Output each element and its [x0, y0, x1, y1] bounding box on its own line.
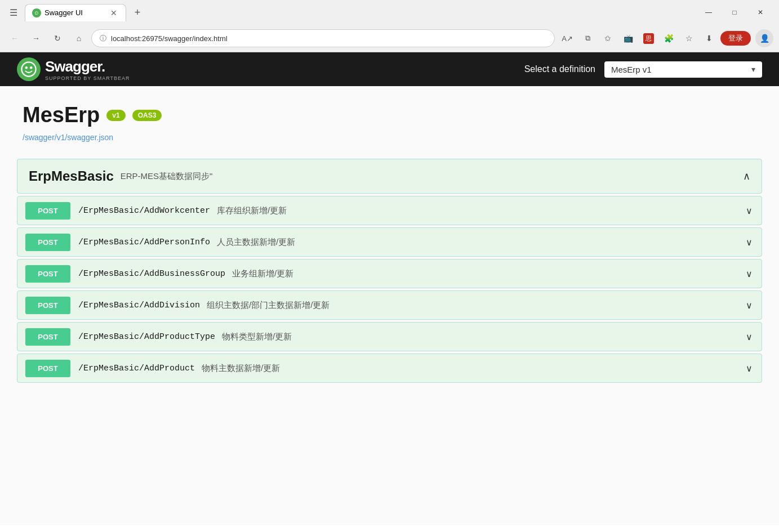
endpoint-method: POST [25, 297, 70, 314]
address-bar[interactable]: ⓘ localhost:26975/swagger/index.html [91, 29, 555, 47]
svg-point-2 [30, 66, 32, 69]
address-url: localhost:26975/swagger/index.html [111, 34, 547, 43]
definition-dropdown-icon: ▾ [751, 65, 755, 74]
section-header[interactable]: ErpMesBasic ERP-MES基础数据同步" ∧ [17, 159, 762, 194]
swagger-json-link[interactable]: /swagger/v1/swagger.json [23, 133, 756, 142]
collections-button[interactable]: 思 [639, 29, 657, 47]
svg-point-1 [25, 66, 28, 69]
swagger-section: ErpMesBasic ERP-MES基础数据同步" ∧ POST /ErpMe… [17, 159, 762, 383]
minimize-button[interactable]: — [696, 3, 722, 21]
endpoint-method: POST [25, 360, 70, 377]
endpoint-row[interactable]: POST /ErpMesBasic/AddProductType 物料类型新增/… [17, 322, 762, 351]
browser-tab[interactable]: ⊙ Swagger UI ✕ [25, 4, 126, 21]
version-badge: v1 [106, 110, 125, 121]
split-screen-button[interactable]: ⧉ [578, 29, 597, 47]
close-button[interactable]: ✕ [747, 3, 773, 21]
definition-select[interactable]: MesErp v1 ▾ [604, 61, 762, 78]
user-avatar[interactable]: 👤 [755, 29, 773, 47]
maximize-button[interactable]: □ [722, 3, 747, 21]
tab-favicon-icon: ⊙ [32, 8, 41, 17]
tab-title: Swagger UI [44, 8, 83, 17]
api-title: MesErp [23, 103, 100, 127]
swagger-logo-icon [17, 57, 41, 81]
read-aloud-button[interactable]: A↗ [558, 29, 576, 47]
endpoint-summary: 库存组织新增/更新 [217, 205, 746, 216]
endpoint-method: POST [25, 265, 70, 283]
add-favorites-button[interactable]: ✩ [599, 29, 617, 47]
endpoint-path: /ErpMesBasic/AddProduct [78, 364, 195, 373]
swagger-definition-area: Select a definition MesErp v1 ▾ [524, 61, 762, 78]
definition-label: Select a definition [524, 64, 595, 74]
section-title: ErpMesBasic ERP-MES基础数据同步" [29, 168, 212, 184]
svg-point-0 [21, 62, 35, 76]
definition-select-value: MesErp v1 [611, 65, 751, 74]
swagger-tagline: Supported by SMARTBEAR [45, 75, 130, 81]
swagger-wordmark: Swagger. [45, 58, 130, 75]
sidebar-toggle-button[interactable]: ☰ [6, 5, 21, 20]
endpoint-summary: 人员主数据新增/更新 [217, 237, 746, 248]
favorites-sidebar-button[interactable]: ☆ [680, 29, 698, 47]
endpoint-expand-icon: ∨ [746, 237, 753, 248]
section-name: ErpMesBasic [29, 168, 114, 184]
back-button[interactable]: ← [6, 29, 24, 47]
endpoint-path: /ErpMesBasic/AddProductType [78, 332, 215, 342]
endpoint-expand-icon: ∨ [746, 363, 753, 374]
home-button[interactable]: ⌂ [70, 29, 88, 47]
swagger-logo-text: Swagger. Supported by SMARTBEAR [45, 58, 130, 81]
endpoint-expand-icon: ∨ [746, 269, 753, 279]
endpoint-path: /ErpMesBasic/AddPersonInfo [78, 238, 210, 247]
section-collapse-icon: ∧ [743, 170, 750, 182]
extensions-button[interactable]: 🧩 [660, 29, 678, 47]
endpoint-path: /ErpMesBasic/AddWorkcenter [78, 206, 210, 216]
endpoint-expand-icon: ∨ [746, 300, 753, 311]
endpoint-summary: 业务组新增/更新 [232, 269, 746, 279]
swagger-content: MesErp v1 OAS3 /swagger/v1/swagger.json … [0, 86, 779, 525]
endpoint-row[interactable]: POST /ErpMesBasic/AddProduct 物料主数据新增/更新 … [17, 354, 762, 383]
address-info-icon: ⓘ [99, 34, 108, 43]
endpoint-expand-icon: ∨ [746, 205, 753, 216]
endpoint-row[interactable]: POST /ErpMesBasic/AddDivision 组织主数据/部门主数… [17, 290, 762, 320]
endpoint-path: /ErpMesBasic/AddBusinessGroup [78, 269, 225, 279]
endpoint-method: POST [25, 234, 70, 251]
downloads-button[interactable]: ⬇ [700, 29, 718, 47]
swagger-title-row: MesErp v1 OAS3 [23, 103, 756, 127]
swagger-header: Swagger. Supported by SMARTBEAR Select a… [0, 52, 779, 86]
oas-badge: OAS3 [132, 110, 162, 121]
tv-button[interactable]: 📺 [619, 29, 637, 47]
endpoint-list: POST /ErpMesBasic/AddWorkcenter 库存组织新增/更… [17, 196, 762, 383]
new-tab-button[interactable]: + [130, 5, 145, 20]
endpoint-summary: 物料类型新增/更新 [222, 332, 746, 342]
endpoint-path: /ErpMesBasic/AddDivision [78, 301, 200, 310]
endpoint-row[interactable]: POST /ErpMesBasic/AddWorkcenter 库存组织新增/更… [17, 196, 762, 225]
refresh-button[interactable]: ↻ [48, 29, 66, 47]
endpoint-row[interactable]: POST /ErpMesBasic/AddPersonInfo 人员主数据新增/… [17, 227, 762, 257]
endpoint-expand-icon: ∨ [746, 332, 753, 342]
endpoint-row[interactable]: POST /ErpMesBasic/AddBusinessGroup 业务组新增… [17, 259, 762, 288]
forward-button[interactable]: → [27, 29, 45, 47]
endpoint-summary: 组织主数据/部门主数据新增/更新 [207, 300, 746, 311]
tab-close-button[interactable]: ✕ [109, 8, 119, 18]
endpoint-method: POST [25, 202, 70, 220]
endpoint-method: POST [25, 328, 70, 346]
login-button[interactable]: 登录 [720, 31, 751, 46]
swagger-info: MesErp v1 OAS3 /swagger/v1/swagger.json [0, 86, 779, 153]
endpoint-summary: 物料主数据新增/更新 [202, 363, 746, 374]
tab-favicon-symbol: ⊙ [34, 10, 39, 16]
swagger-logo: Swagger. Supported by SMARTBEAR [17, 57, 130, 81]
section-description: ERP-MES基础数据同步" [121, 171, 213, 182]
